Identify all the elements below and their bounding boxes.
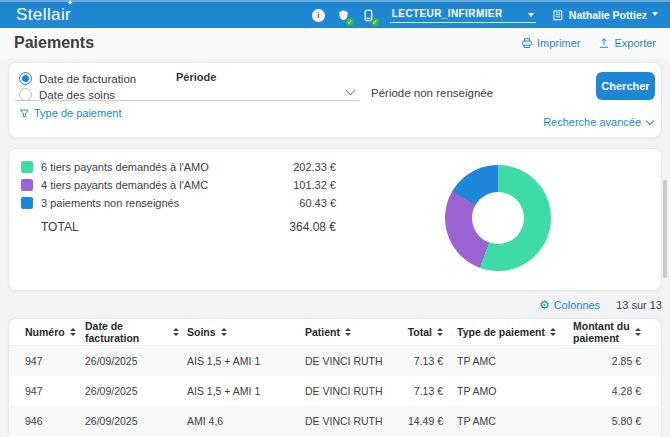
payment-type-filter[interactable]: Type de paiement bbox=[19, 107, 121, 119]
radio-billing-date-label: Date de facturation bbox=[39, 73, 136, 85]
table-row[interactable]: 94726/09/2025AIS 1,5 + AMI 1DE VINCI RUT… bbox=[9, 346, 661, 376]
period-label: Période bbox=[176, 71, 216, 83]
legend-label: 3 paiements non renseignés bbox=[41, 197, 299, 209]
vertical-scrollbar[interactable] bbox=[663, 180, 667, 278]
column-header-5[interactable]: Total bbox=[397, 326, 449, 338]
legend-label: 6 tiers payants demandés à l'AMO bbox=[41, 161, 293, 173]
user-menu[interactable]: Nathalie Pottiez bbox=[552, 9, 658, 21]
pagination-count: 13 sur 13 bbox=[616, 299, 662, 311]
table-cell: 947 bbox=[25, 385, 77, 397]
sort-icon bbox=[70, 328, 76, 336]
print-label: Imprimer bbox=[537, 37, 580, 49]
chevron-down-icon bbox=[646, 117, 654, 125]
columns-button[interactable]: ⚙ Colonnes bbox=[539, 299, 600, 311]
status-check-icon: ✓ bbox=[371, 18, 379, 26]
column-header-4[interactable]: Patient bbox=[297, 326, 397, 338]
legend-item: 3 paiements non renseignés 60.43 € bbox=[21, 194, 336, 212]
reader-selector-value: LECTEUR_INFIRMIER bbox=[392, 8, 522, 19]
legend-value: 202.33 € bbox=[293, 161, 336, 173]
table-cell: 946 bbox=[25, 415, 77, 427]
funnel-icon bbox=[19, 108, 30, 119]
table-cell: TP AMO bbox=[449, 385, 565, 397]
table-cell: TP AMC bbox=[449, 355, 565, 367]
export-button[interactable]: Exporter bbox=[598, 37, 656, 49]
gear-icon: ⚙ bbox=[539, 299, 550, 311]
column-header-3[interactable]: Soins bbox=[179, 326, 297, 338]
chart-legend: 6 tiers payants demandés à l'AMO 202.33 … bbox=[21, 158, 336, 234]
export-icon bbox=[598, 37, 610, 49]
card-reader-status-icon[interactable]: ✓ bbox=[361, 8, 376, 23]
table-cell: 4.28 € bbox=[565, 385, 647, 397]
logo-sparkle-icon: ✦ bbox=[67, 0, 73, 7]
payments-summary-panel: 6 tiers payants demandés à l'AMO 202.33 … bbox=[8, 148, 662, 291]
legend-swatch bbox=[21, 179, 33, 191]
table-body: 94726/09/2025AIS 1,5 + AMI 1DE VINCI RUT… bbox=[9, 346, 661, 436]
column-header-2[interactable]: Date de facturation bbox=[77, 320, 179, 344]
table-cell: DE VINCI RUTH bbox=[297, 385, 397, 397]
vitale-card-status-icon[interactable]: ✓ bbox=[336, 8, 351, 23]
payments-table: NuméroDate de facturationSoinsPatientTot… bbox=[8, 318, 662, 437]
list-toolbar: ⚙ Colonnes 13 sur 13 bbox=[8, 297, 662, 313]
status-check-icon: ✓ bbox=[346, 18, 354, 26]
export-label: Exporter bbox=[614, 37, 656, 49]
legend-swatch bbox=[21, 161, 33, 173]
chevron-down-icon bbox=[528, 13, 534, 17]
page-header: Paiements Imprimer Exporter bbox=[0, 28, 670, 58]
period-empty-text: Période non renseignée bbox=[371, 87, 493, 99]
table-cell: 7.13 € bbox=[397, 385, 449, 397]
table-cell: DE VINCI RUTH bbox=[297, 415, 397, 427]
period-select-underline bbox=[15, 100, 359, 101]
table-row[interactable]: 94626/09/2025AMI 4,6DE VINCI RUTH14.49 €… bbox=[9, 406, 661, 436]
table-cell: 2.85 € bbox=[565, 355, 647, 367]
app-logo[interactable]: Stellair ✦ bbox=[16, 5, 71, 25]
radio-care-date-label: Date des soins bbox=[39, 89, 115, 101]
table-cell: AIS 1,5 + AMI 1 bbox=[179, 385, 297, 397]
print-button[interactable]: Imprimer bbox=[521, 37, 580, 49]
columns-label: Colonnes bbox=[554, 299, 600, 311]
sort-icon bbox=[550, 328, 556, 336]
printer-icon bbox=[521, 37, 533, 49]
sort-icon bbox=[437, 328, 443, 336]
legend-item: 4 tiers payants demandés à l'AMC 101.32 … bbox=[21, 176, 336, 194]
table-cell: DE VINCI RUTH bbox=[297, 355, 397, 367]
column-header-6[interactable]: Type de paiement bbox=[449, 326, 565, 338]
period-select-chevron-icon[interactable] bbox=[346, 86, 356, 96]
total-value: 364.08 € bbox=[289, 220, 336, 234]
table-cell: TP AMC bbox=[449, 415, 565, 427]
table-cell: 14.49 € bbox=[397, 415, 449, 427]
table-row[interactable]: 94726/09/2025AIS 1,5 + AMI 1DE VINCI RUT… bbox=[9, 376, 661, 406]
total-row: TOTAL 364.08 € bbox=[21, 220, 336, 234]
search-button[interactable]: Chercher bbox=[596, 72, 655, 100]
table-cell: 26/09/2025 bbox=[77, 385, 179, 397]
organization-icon bbox=[552, 9, 564, 21]
sort-icon bbox=[635, 328, 641, 336]
table-cell: 947 bbox=[25, 355, 77, 367]
table-cell: 5.80 € bbox=[565, 415, 647, 427]
column-header-1[interactable]: Numéro bbox=[25, 326, 77, 338]
sort-icon bbox=[221, 328, 227, 336]
table-cell: AMI 4,6 bbox=[179, 415, 297, 427]
total-label: TOTAL bbox=[21, 220, 289, 234]
table-cell: 7.13 € bbox=[397, 355, 449, 367]
top-bar: Stellair ✦ i ✓ ✓ LECTEUR_INFIRMIER Natha… bbox=[0, 0, 670, 28]
filters-panel: Date de facturation Date des soins Pério… bbox=[8, 62, 662, 138]
app-logo-text: Stellair bbox=[16, 5, 71, 24]
radio-selected-icon bbox=[19, 72, 32, 85]
column-header-7[interactable]: Montant du paiement bbox=[565, 320, 647, 344]
page-title: Paiements bbox=[14, 34, 94, 52]
table-cell: 26/09/2025 bbox=[77, 355, 179, 367]
legend-value: 60.43 € bbox=[299, 197, 336, 209]
legend-item: 6 tiers payants demandés à l'AMO 202.33 … bbox=[21, 158, 336, 176]
user-name: Nathalie Pottiez bbox=[569, 9, 647, 21]
sort-icon bbox=[345, 328, 351, 336]
reader-selector[interactable]: LECTEUR_INFIRMIER bbox=[390, 8, 536, 23]
legend-value: 101.32 € bbox=[293, 179, 336, 191]
legend-swatch bbox=[21, 197, 33, 209]
table-header-row: NuméroDate de facturationSoinsPatientTot… bbox=[9, 319, 661, 346]
radio-billing-date[interactable]: Date de facturation bbox=[19, 72, 136, 85]
info-icon[interactable]: i bbox=[311, 8, 326, 23]
advanced-search-link[interactable]: Recherche avancée bbox=[543, 116, 653, 128]
chevron-down-icon bbox=[652, 12, 658, 16]
donut-chart bbox=[445, 165, 551, 271]
table-cell: AIS 1,5 + AMI 1 bbox=[179, 355, 297, 367]
